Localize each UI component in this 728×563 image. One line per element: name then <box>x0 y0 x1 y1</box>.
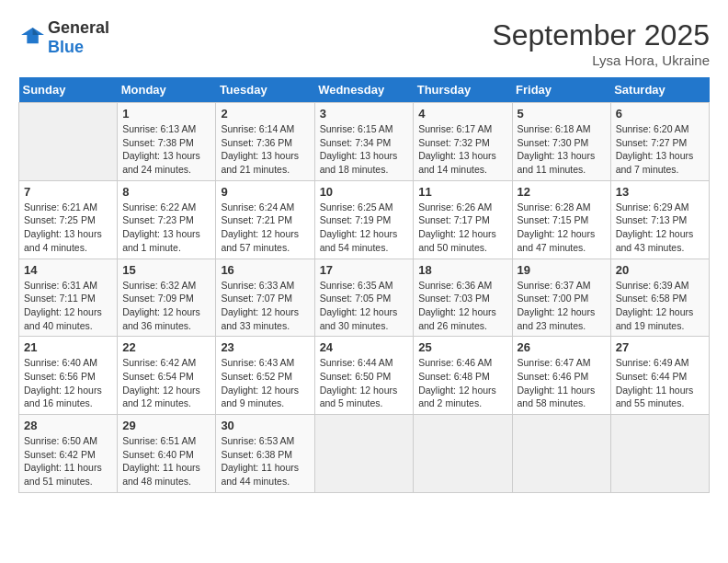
day-number: 20 <box>616 263 704 277</box>
day-info: Sunrise: 6:18 AMSunset: 7:30 PMDaylight:… <box>518 122 606 177</box>
calendar-body: 1Sunrise: 6:13 AMSunset: 7:38 PMDaylight… <box>19 103 710 493</box>
header-sunday: Sunday <box>19 77 118 103</box>
day-info: Sunrise: 6:35 AMSunset: 7:05 PMDaylight:… <box>320 279 409 333</box>
day-info: Sunrise: 6:28 AMSunset: 7:15 PMDaylight:… <box>518 201 606 255</box>
day-number: 3 <box>320 107 409 121</box>
day-info: Sunrise: 6:29 AMSunset: 7:13 PMDaylight:… <box>616 201 704 255</box>
day-info: Sunrise: 6:33 AMSunset: 7:07 PMDaylight:… <box>221 279 309 333</box>
day-info: Sunrise: 6:15 AMSunset: 7:34 PMDaylight:… <box>320 122 409 177</box>
day-cell: 7Sunrise: 6:21 AMSunset: 7:25 PMDaylight… <box>19 180 118 259</box>
day-info: Sunrise: 6:32 AMSunset: 7:09 PMDaylight:… <box>122 279 210 333</box>
day-cell: 9Sunrise: 6:24 AMSunset: 7:21 PMDaylight… <box>216 180 314 259</box>
page-header: General Blue September 2025 Lysa Hora, U… <box>18 18 710 68</box>
day-number: 1 <box>122 107 210 121</box>
day-number: 5 <box>518 107 606 121</box>
day-cell: 21Sunrise: 6:40 AMSunset: 6:56 PMDayligh… <box>19 337 118 415</box>
day-number: 19 <box>518 263 606 277</box>
day-info: Sunrise: 6:39 AMSunset: 6:58 PMDaylight:… <box>616 279 704 333</box>
day-number: 23 <box>221 340 309 354</box>
day-cell: 15Sunrise: 6:32 AMSunset: 7:09 PMDayligh… <box>118 259 216 337</box>
day-cell: 20Sunrise: 6:39 AMSunset: 6:58 PMDayligh… <box>610 259 709 337</box>
day-cell: 16Sunrise: 6:33 AMSunset: 7:07 PMDayligh… <box>216 259 314 337</box>
location-subtitle: Lysa Hora, Ukraine <box>492 52 710 68</box>
day-number: 29 <box>122 419 210 432</box>
day-info: Sunrise: 6:20 AMSunset: 7:27 PMDaylight:… <box>616 122 704 177</box>
day-cell: 13Sunrise: 6:29 AMSunset: 7:13 PMDayligh… <box>610 180 709 259</box>
day-info: Sunrise: 6:40 AMSunset: 6:56 PMDaylight:… <box>24 356 112 410</box>
month-title: September 2025 <box>492 18 710 52</box>
day-cell: 22Sunrise: 6:42 AMSunset: 6:54 PMDayligh… <box>118 337 216 415</box>
day-info: Sunrise: 6:22 AMSunset: 7:23 PMDaylight:… <box>122 201 210 255</box>
day-number: 15 <box>122 263 210 277</box>
day-number: 24 <box>320 340 409 354</box>
week-row-2: 7Sunrise: 6:21 AMSunset: 7:25 PMDaylight… <box>19 180 710 259</box>
day-number: 22 <box>122 340 210 354</box>
logo: General Blue <box>18 18 109 57</box>
day-info: Sunrise: 6:42 AMSunset: 6:54 PMDaylight:… <box>122 356 210 410</box>
day-info: Sunrise: 6:36 AMSunset: 7:03 PMDaylight:… <box>418 279 506 333</box>
day-info: Sunrise: 6:51 AMSunset: 6:40 PMDaylight:… <box>122 434 210 488</box>
day-info: Sunrise: 6:25 AMSunset: 7:19 PMDaylight:… <box>320 201 409 255</box>
day-number: 17 <box>320 263 409 277</box>
day-cell: 11Sunrise: 6:26 AMSunset: 7:17 PMDayligh… <box>414 180 512 259</box>
day-number: 4 <box>418 107 506 121</box>
day-number: 10 <box>320 185 409 199</box>
day-cell: 19Sunrise: 6:37 AMSunset: 7:00 PMDayligh… <box>512 259 610 337</box>
day-cell: 12Sunrise: 6:28 AMSunset: 7:15 PMDayligh… <box>512 180 610 259</box>
day-info: Sunrise: 6:24 AMSunset: 7:21 PMDaylight:… <box>221 201 309 255</box>
day-cell <box>19 103 118 181</box>
day-cell: 5Sunrise: 6:18 AMSunset: 7:30 PMDaylight… <box>512 103 610 181</box>
day-info: Sunrise: 6:46 AMSunset: 6:48 PMDaylight:… <box>418 356 506 410</box>
header-monday: Monday <box>118 77 216 103</box>
day-cell: 14Sunrise: 6:31 AMSunset: 7:11 PMDayligh… <box>19 259 118 337</box>
week-row-3: 14Sunrise: 6:31 AMSunset: 7:11 PMDayligh… <box>19 259 710 337</box>
day-number: 30 <box>221 419 309 432</box>
day-number: 13 <box>616 185 704 199</box>
day-cell: 10Sunrise: 6:25 AMSunset: 7:19 PMDayligh… <box>314 180 414 259</box>
day-number: 7 <box>24 185 112 199</box>
day-number: 28 <box>24 419 112 432</box>
day-info: Sunrise: 6:21 AMSunset: 7:25 PMDaylight:… <box>24 201 112 255</box>
day-number: 25 <box>418 340 506 354</box>
day-number: 11 <box>418 185 506 199</box>
day-cell: 18Sunrise: 6:36 AMSunset: 7:03 PMDayligh… <box>414 259 512 337</box>
day-number: 14 <box>24 263 112 277</box>
day-info: Sunrise: 6:31 AMSunset: 7:11 PMDaylight:… <box>24 279 112 333</box>
day-number: 9 <box>221 185 309 199</box>
day-number: 12 <box>518 185 606 199</box>
day-cell <box>314 415 414 493</box>
day-cell <box>414 415 512 493</box>
header-row: SundayMondayTuesdayWednesdayThursdayFrid… <box>19 77 710 103</box>
day-cell: 3Sunrise: 6:15 AMSunset: 7:34 PMDaylight… <box>314 103 414 181</box>
day-cell: 24Sunrise: 6:44 AMSunset: 6:50 PMDayligh… <box>314 337 414 415</box>
day-info: Sunrise: 6:49 AMSunset: 6:44 PMDaylight:… <box>616 356 704 410</box>
day-cell: 29Sunrise: 6:51 AMSunset: 6:40 PMDayligh… <box>118 415 216 493</box>
day-info: Sunrise: 6:53 AMSunset: 6:38 PMDaylight:… <box>221 434 309 488</box>
week-row-1: 1Sunrise: 6:13 AMSunset: 7:38 PMDaylight… <box>19 103 710 181</box>
day-cell: 2Sunrise: 6:14 AMSunset: 7:36 PMDaylight… <box>216 103 314 181</box>
day-info: Sunrise: 6:47 AMSunset: 6:46 PMDaylight:… <box>518 356 606 410</box>
day-info: Sunrise: 6:26 AMSunset: 7:17 PMDaylight:… <box>418 201 506 255</box>
day-number: 21 <box>24 340 112 354</box>
day-cell: 1Sunrise: 6:13 AMSunset: 7:38 PMDaylight… <box>118 103 216 181</box>
week-row-5: 28Sunrise: 6:50 AMSunset: 6:42 PMDayligh… <box>19 415 710 493</box>
header-wednesday: Wednesday <box>314 77 414 103</box>
day-info: Sunrise: 6:17 AMSunset: 7:32 PMDaylight:… <box>418 122 506 177</box>
day-info: Sunrise: 6:14 AMSunset: 7:36 PMDaylight:… <box>221 122 309 177</box>
title-block: September 2025 Lysa Hora, Ukraine <box>492 18 710 68</box>
day-info: Sunrise: 6:50 AMSunset: 6:42 PMDaylight:… <box>24 434 112 488</box>
day-number: 26 <box>518 340 606 354</box>
day-cell <box>610 415 709 493</box>
week-row-4: 21Sunrise: 6:40 AMSunset: 6:56 PMDayligh… <box>19 337 710 415</box>
day-number: 18 <box>418 263 506 277</box>
header-friday: Friday <box>512 77 610 103</box>
day-cell: 25Sunrise: 6:46 AMSunset: 6:48 PMDayligh… <box>414 337 512 415</box>
day-info: Sunrise: 6:13 AMSunset: 7:38 PMDaylight:… <box>122 122 210 177</box>
day-cell: 6Sunrise: 6:20 AMSunset: 7:27 PMDaylight… <box>610 103 709 181</box>
day-number: 2 <box>221 107 309 121</box>
day-cell <box>512 415 610 493</box>
day-info: Sunrise: 6:43 AMSunset: 6:52 PMDaylight:… <box>221 356 309 410</box>
day-cell: 23Sunrise: 6:43 AMSunset: 6:52 PMDayligh… <box>216 337 314 415</box>
logo-icon <box>18 25 44 51</box>
logo-text: General Blue <box>48 18 109 57</box>
